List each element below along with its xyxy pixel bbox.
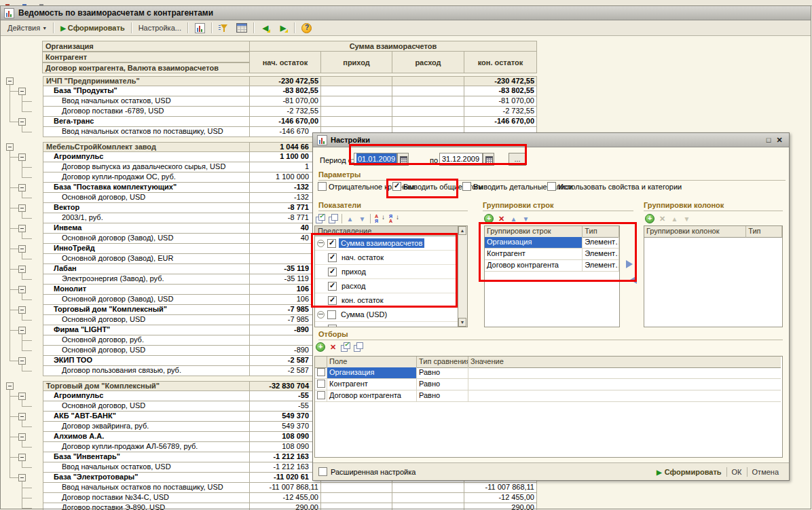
filter-row[interactable]: КонтрагентРавно bbox=[315, 379, 782, 390]
period-from-input[interactable]: 01.01.2009 bbox=[354, 153, 397, 166]
group-expander[interactable] bbox=[6, 77, 14, 85]
table-settings-button[interactable] bbox=[232, 22, 251, 34]
indicator-row[interactable]: Сумма (USD) bbox=[315, 308, 458, 322]
checkbox[interactable] bbox=[327, 310, 336, 319]
move-up-icon[interactable] bbox=[346, 215, 354, 223]
group-expander[interactable] bbox=[18, 286, 26, 293]
settings-button[interactable]: Настройка... bbox=[134, 22, 185, 33]
delete-icon[interactable] bbox=[329, 343, 337, 352]
check-all-icon[interactable] bbox=[341, 342, 350, 352]
add-icon[interactable] bbox=[484, 214, 494, 223]
indicator-row[interactable]: нач. остаток bbox=[315, 251, 458, 265]
grouping-row[interactable]: ОрганизацияЭлемент… bbox=[485, 237, 619, 249]
group-expander[interactable] bbox=[18, 225, 26, 232]
group-expander[interactable] bbox=[18, 454, 26, 461]
dialog-generate-button[interactable]: Сформировать bbox=[652, 468, 726, 476]
checkbox[interactable] bbox=[328, 296, 337, 305]
report-row[interactable]: Ввод начальных остатков, USD-81 070,00-8… bbox=[43, 96, 537, 107]
scroll-down-icon[interactable]: ▼ bbox=[458, 318, 466, 327]
group-expander[interactable] bbox=[18, 474, 26, 481]
close-button[interactable]: ✕ bbox=[774, 136, 785, 145]
group-expander[interactable] bbox=[18, 245, 26, 253]
delete-icon[interactable] bbox=[658, 215, 667, 223]
maximize-button[interactable]: □ bbox=[763, 136, 774, 144]
group-expander[interactable] bbox=[18, 413, 26, 420]
row-checkbox[interactable] bbox=[317, 380, 325, 388]
checkbox[interactable] bbox=[318, 182, 327, 191]
filter-row[interactable]: Договор контрагентаРавно bbox=[315, 390, 782, 402]
indicator-row[interactable]: приход bbox=[315, 265, 458, 279]
check-all-icon[interactable] bbox=[316, 214, 325, 223]
group-expander[interactable] bbox=[18, 204, 26, 212]
period-more-button[interactable]: ... bbox=[509, 153, 526, 166]
move-up-icon[interactable] bbox=[509, 215, 518, 223]
actions-menu-button[interactable]: Действия ▼ bbox=[3, 22, 51, 33]
indicator-row[interactable]: расход bbox=[315, 279, 458, 293]
group-expander[interactable] bbox=[18, 327, 26, 334]
checkbox[interactable] bbox=[462, 182, 471, 191]
uncheck-all-icon[interactable] bbox=[354, 342, 363, 352]
report-row[interactable]: Договор поставки №34-С, USD-12 455,00-12… bbox=[43, 493, 537, 503]
uncheck-all-icon[interactable] bbox=[329, 214, 338, 223]
checkbox[interactable] bbox=[327, 239, 336, 248]
group-expander[interactable] bbox=[18, 184, 26, 192]
param-checkbox[interactable]: Использовать свойства и категории bbox=[547, 182, 682, 191]
chart-report-button[interactable] bbox=[191, 22, 209, 35]
indicator-row[interactable]: Сумма взаиморасчетов bbox=[315, 236, 458, 251]
group-expander[interactable] bbox=[18, 357, 26, 365]
checkbox[interactable] bbox=[328, 253, 337, 262]
indicator-row[interactable]: нач. остаток bbox=[315, 322, 458, 327]
delete-icon[interactable] bbox=[497, 215, 506, 223]
dialog-titlebar[interactable]: Настройки □ ✕ bbox=[313, 133, 789, 147]
group-expander[interactable] bbox=[6, 382, 14, 390]
scroll-up-icon[interactable]: ▲ bbox=[458, 226, 466, 235]
add-icon[interactable] bbox=[645, 214, 654, 223]
move-down-icon[interactable] bbox=[682, 215, 691, 223]
cancel-button[interactable]: Отмена bbox=[748, 468, 783, 476]
report-row[interactable]: Ввод начальных остатков по поставщику, U… bbox=[43, 483, 537, 493]
add-icon[interactable] bbox=[316, 342, 325, 352]
move-down-icon[interactable] bbox=[358, 215, 367, 223]
group-expander[interactable] bbox=[18, 433, 26, 441]
sort-desc-icon[interactable]: ЯА bbox=[388, 214, 399, 223]
group-expander[interactable] bbox=[6, 143, 14, 151]
checkbox[interactable] bbox=[392, 182, 401, 191]
checkbox[interactable] bbox=[547, 182, 556, 191]
group-expander[interactable] bbox=[18, 118, 26, 126]
move-up-icon[interactable] bbox=[670, 215, 679, 223]
scrollbar[interactable]: ▲ ▼ bbox=[458, 226, 467, 327]
period-to-input[interactable]: 31.12.2009 bbox=[439, 153, 483, 166]
generate-button[interactable]: Сформировать bbox=[56, 22, 129, 33]
group-expander[interactable] bbox=[18, 306, 26, 314]
group-expander[interactable] bbox=[18, 393, 26, 400]
report-row[interactable]: База "Продукты"-83 802,55-83 802,55 bbox=[43, 86, 537, 96]
grouping-row[interactable]: Договор контрагентаЭлемент… bbox=[485, 260, 619, 272]
report-row[interactable]: ИЧП "Предприниматель"-230 472,55-230 472… bbox=[43, 76, 537, 86]
move-to-columns-icon[interactable] bbox=[626, 260, 637, 268]
collapse-icon[interactable] bbox=[317, 240, 325, 247]
grouping-row[interactable]: КонтрагентЭлемент… bbox=[485, 249, 619, 260]
report-row[interactable]: Договор поставки Э-890, USD290,00290,00 bbox=[43, 503, 537, 510]
filter-settings-button[interactable] bbox=[215, 22, 232, 34]
indicator-row[interactable]: кон. остаток bbox=[315, 293, 458, 308]
move-down-icon[interactable] bbox=[521, 215, 530, 223]
advanced-checkbox[interactable] bbox=[318, 467, 327, 476]
checkbox[interactable] bbox=[328, 282, 337, 291]
checkbox[interactable] bbox=[328, 268, 337, 276]
filter-row[interactable]: ОрганизацияРавно bbox=[315, 367, 782, 379]
checkbox[interactable] bbox=[328, 325, 337, 328]
move-to-rows-icon[interactable] bbox=[626, 276, 637, 284]
report-row[interactable]: Вега-транс-146 670,00-146 670,00 bbox=[43, 117, 537, 127]
expand-groups-button[interactable]: ▶ bbox=[274, 22, 292, 34]
collapse-groups-button[interactable]: ◀ bbox=[257, 22, 274, 34]
ok-button[interactable]: ОК bbox=[727, 468, 747, 476]
help-button[interactable] bbox=[297, 22, 316, 35]
collapse-icon[interactable] bbox=[317, 311, 325, 318]
report-row[interactable]: Договор поставки -6789, USD-2 732,55-2 7… bbox=[43, 107, 537, 117]
group-expander[interactable] bbox=[18, 266, 26, 273]
row-checkbox[interactable] bbox=[317, 368, 325, 376]
row-checkbox[interactable] bbox=[317, 391, 325, 399]
calendar-icon[interactable] bbox=[397, 153, 409, 166]
group-expander[interactable] bbox=[18, 88, 26, 95]
sort-asc-icon[interactable]: АЯ bbox=[374, 214, 385, 223]
